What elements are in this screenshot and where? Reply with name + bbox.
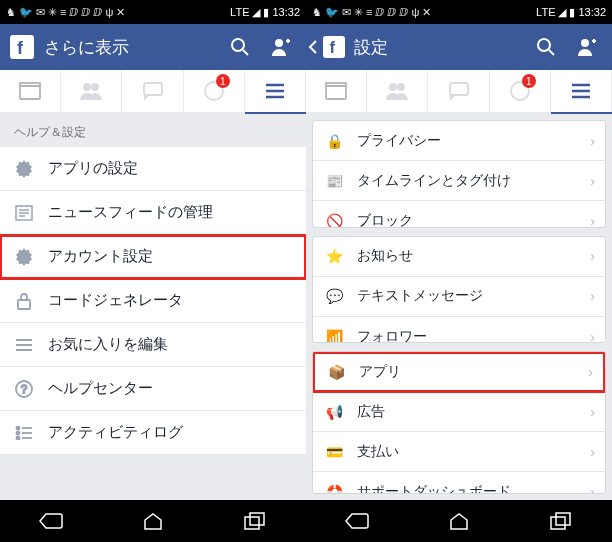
svg-point-32 <box>17 436 20 439</box>
settings-item-text-message[interactable]: 💬テキストメッセージ› <box>313 277 605 317</box>
lifebuoy-icon: 🛟 <box>323 481 345 494</box>
svg-rect-7 <box>20 86 40 99</box>
svg-point-2 <box>232 39 244 51</box>
settings-item-label: プライバシー <box>357 132 441 150</box>
svg-text:f: f <box>17 38 24 58</box>
menu-item-label: コードジェネレータ <box>48 291 183 310</box>
menu-item-app-settings[interactable]: アプリの設定 <box>0 147 306 191</box>
svg-rect-52 <box>551 517 565 529</box>
chevron-right-icon: › <box>590 133 595 149</box>
lte-label: LTE <box>230 6 249 18</box>
tab-messages[interactable] <box>428 70 489 112</box>
content: ヘルプ＆設定 アプリの設定 ニュースフィードの管理 アカウント設定 コードジェネ… <box>0 114 306 500</box>
svg-rect-53 <box>556 513 570 525</box>
menu-item-label: アクティビティログ <box>48 423 183 442</box>
chevron-right-icon: › <box>590 444 595 460</box>
menu-item-label: ニュースフィードの管理 <box>48 203 213 222</box>
nav-back-button[interactable] <box>332 506 382 536</box>
settings-item-label: フォロワー <box>357 328 427 344</box>
svg-rect-8 <box>20 83 40 86</box>
menu-item-activity-log[interactable]: アクティビティログ <box>0 411 306 455</box>
add-friend-button[interactable] <box>566 24 606 70</box>
android-nav-bar <box>0 500 306 542</box>
svg-point-40 <box>581 39 589 47</box>
svg-rect-34 <box>245 517 259 529</box>
settings-item-payment[interactable]: 💳支払い› <box>313 432 605 472</box>
settings-item-privacy[interactable]: 🔒プライバシー› <box>313 121 605 161</box>
settings-item-support[interactable]: 🛟サポートダッシュボード› <box>313 472 605 494</box>
nav-back-button[interactable] <box>26 506 76 536</box>
settings-item-notifications[interactable]: ⭐お知らせ› <box>313 237 605 277</box>
settings-item-followers[interactable]: 📶フォロワー› <box>313 317 605 344</box>
settings-item-label: ブロック <box>357 212 413 228</box>
page-title: 設定 <box>354 36 526 59</box>
status-icons-left: ♞🐦✉✳≡ⅅⅅⅅψ✕ <box>6 6 125 19</box>
battery-icon: ▮ <box>569 6 575 19</box>
tab-feed[interactable] <box>306 70 367 112</box>
svg-rect-47 <box>450 83 468 95</box>
svg-rect-44 <box>326 83 346 86</box>
svg-line-3 <box>243 50 248 55</box>
status-bar: ♞🐦✉✳≡ⅅⅅⅅψ✕ LTE ◢ ▮ 13:32 <box>306 0 612 24</box>
star-icon: ⭐ <box>323 245 345 267</box>
tab-friends[interactable] <box>61 70 122 112</box>
nav-home-button[interactable] <box>128 506 178 536</box>
settings-item-apps[interactable]: 📦アプリ› <box>313 352 605 392</box>
tab-friends[interactable] <box>367 70 428 112</box>
status-icons-left: ♞🐦✉✳≡ⅅⅅⅅψ✕ <box>312 6 431 19</box>
nav-home-button[interactable] <box>434 506 484 536</box>
tab-feed[interactable] <box>0 70 61 112</box>
signal-icon: ◢ <box>558 6 566 19</box>
block-icon: 🚫 <box>323 210 345 228</box>
gear-icon <box>14 159 34 179</box>
list-icon <box>14 423 34 443</box>
search-button[interactable] <box>220 24 260 70</box>
nav-recent-button[interactable] <box>230 506 280 536</box>
settings-item-label: 広告 <box>357 403 385 421</box>
section-header: ヘルプ＆設定 <box>0 114 306 147</box>
search-button[interactable] <box>526 24 566 70</box>
page-title: さらに表示 <box>44 36 220 59</box>
facebook-logo-icon[interactable]: f <box>320 29 348 65</box>
settings-item-label: サポートダッシュボード <box>357 483 511 494</box>
nav-recent-button[interactable] <box>536 506 586 536</box>
tab-underline <box>245 112 306 114</box>
settings-item-block[interactable]: 🚫ブロック› <box>313 201 605 228</box>
status-bar: ♞🐦✉✳≡ⅅⅅⅅψ✕ LTE ◢ ▮ 13:32 <box>0 0 306 24</box>
app-header: f 設定 <box>306 24 612 70</box>
menu-item-label: アカウント設定 <box>48 247 153 266</box>
tab-bar: 1 <box>306 70 612 114</box>
timeline-icon: 📰 <box>323 170 345 192</box>
chevron-right-icon: › <box>590 484 595 494</box>
svg-line-39 <box>549 50 554 55</box>
tab-notifications[interactable]: 1 <box>490 70 551 112</box>
lock-icon: 🔒 <box>323 130 345 152</box>
gear-icon <box>14 247 34 267</box>
content: 🔒プライバシー› 📰タイムラインとタグ付け› 🚫ブロック› ⭐お知らせ› 💬テキ… <box>306 114 612 500</box>
facebook-logo-icon[interactable]: f <box>4 29 40 65</box>
card-icon: 💳 <box>323 441 345 463</box>
settings-item-ads[interactable]: 📢広告› <box>313 392 605 432</box>
menu-item-account-settings[interactable]: アカウント設定 <box>0 235 306 279</box>
back-button[interactable] <box>306 24 320 70</box>
add-friend-button[interactable] <box>260 24 300 70</box>
clock: 13:32 <box>578 6 606 18</box>
tab-notifications[interactable]: 1 <box>184 70 245 112</box>
tab-menu[interactable] <box>245 70 306 112</box>
svg-rect-11 <box>144 83 162 95</box>
chevron-right-icon: › <box>588 364 593 380</box>
menu-item-help-center[interactable]: ?ヘルプセンター <box>0 367 306 411</box>
chevron-right-icon: › <box>590 404 595 420</box>
menu-item-newsfeed[interactable]: ニュースフィードの管理 <box>0 191 306 235</box>
status-right: LTE ◢ ▮ 13:32 <box>230 6 300 19</box>
menu-item-code-generator[interactable]: コードジェネレータ <box>0 279 306 323</box>
settings-group-2: ⭐お知らせ› 💬テキストメッセージ› 📶フォロワー› <box>312 236 606 344</box>
settings-item-timeline[interactable]: 📰タイムラインとタグ付け› <box>313 161 605 201</box>
menu-item-edit-favorites[interactable]: お気に入りを編集 <box>0 323 306 367</box>
chevron-right-icon: › <box>590 213 595 228</box>
tab-menu[interactable] <box>551 70 612 112</box>
chevron-right-icon: › <box>590 173 595 189</box>
menu-item-label: アプリの設定 <box>48 159 138 178</box>
svg-rect-22 <box>18 300 30 309</box>
tab-messages[interactable] <box>122 70 183 112</box>
